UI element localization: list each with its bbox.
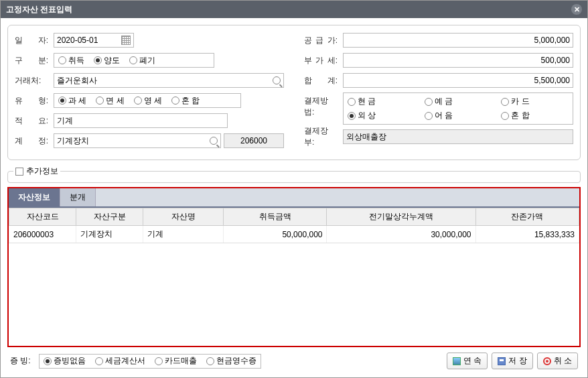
- search-icon[interactable]: [273, 76, 281, 84]
- save-icon: [498, 357, 506, 365]
- continue-button[interactable]: 연 속: [447, 353, 488, 369]
- date-input[interactable]: 2020-05-01: [54, 33, 134, 48]
- pay-opt-deposit[interactable]: 예 금: [425, 96, 492, 107]
- memo-input[interactable]: 기계: [54, 113, 228, 128]
- col-code: 자산코드: [9, 208, 76, 226]
- tab-asset-info[interactable]: 자산정보: [9, 188, 60, 206]
- total-label: 합 계:: [304, 75, 338, 86]
- class-radio-group: 취득 양도 폐기: [54, 53, 214, 68]
- class-opt-discard[interactable]: 폐기: [129, 55, 155, 66]
- footer: 증 빙: 증빙없음 세금계산서 카드매출 현금영수증 연 속 저 장 취 소: [7, 347, 581, 371]
- pay-opt-credit[interactable]: 외 상: [348, 110, 415, 121]
- date-value: 2020-05-01: [57, 36, 98, 45]
- type-opt-exempt[interactable]: 면 세: [96, 95, 124, 107]
- evidence-label: 증 빙:: [10, 355, 31, 367]
- paybook-label: 결제장부:: [304, 125, 338, 148]
- type-opt-zero[interactable]: 영 세: [134, 95, 162, 107]
- class-label: 구 분:: [15, 55, 48, 66]
- col-name: 자산명: [143, 208, 224, 226]
- calendar-icon[interactable]: [121, 36, 131, 45]
- tab-journal[interactable]: 분개: [60, 188, 96, 206]
- cell-kind: 기계장치: [76, 226, 143, 243]
- close-icon[interactable]: ✕: [571, 4, 582, 15]
- ev-opt-tax[interactable]: 세금계산서: [95, 355, 145, 367]
- continue-icon: [453, 357, 461, 365]
- titlebar: 고정자산 전표입력 ✕: [1, 1, 587, 18]
- cancel-icon: [543, 357, 551, 365]
- save-button[interactable]: 저 장: [492, 353, 532, 369]
- cell-rem: 15,833,333: [475, 226, 579, 243]
- window-title: 고정자산 전표입력: [6, 4, 72, 15]
- extra-fieldset: 추가정보: [7, 166, 581, 183]
- acct-code: 206000: [224, 133, 284, 148]
- vat-label: 부 가 세:: [304, 55, 338, 66]
- cell-dep: 30,000,000: [327, 226, 475, 243]
- acct-label: 계 정:: [15, 135, 48, 147]
- acct-name-value: 기계장치: [57, 135, 89, 147]
- ev-opt-cash[interactable]: 현금영수증: [206, 355, 256, 367]
- table-row[interactable]: 206000003 기계장치 기계 50,000,000 30,000,000 …: [9, 226, 579, 243]
- form-area: 일 자: 2020-05-01 구 분: 취득 양도 폐기 거래처:: [7, 25, 581, 160]
- type-radio-group: 과 세 면 세 영 세 혼 합: [54, 93, 241, 108]
- col-rem: 잔존가액: [475, 208, 579, 226]
- paymethod-label: 결제방법:: [304, 92, 338, 118]
- supply-label: 공 급 가:: [304, 35, 338, 46]
- cancel-button[interactable]: 취 소: [537, 353, 578, 369]
- paymethod-group: 현 금 예 금 카 드 외 상 어 음 혼 합: [343, 92, 573, 125]
- pay-opt-card[interactable]: 카 드: [501, 96, 569, 107]
- table-header-row: 자산코드 자산구분 자산명 취득금액 전기말상각누계액 잔존가액: [9, 208, 579, 226]
- col-acq: 취득금액: [224, 208, 327, 226]
- type-label: 유 형:: [15, 95, 48, 107]
- type-opt-taxed[interactable]: 과 세: [58, 95, 86, 107]
- total-input[interactable]: 5,500,000: [343, 73, 573, 88]
- asset-grid: 자산코드 자산구분 자산명 취득금액 전기말상각누계액 잔존가액 2060000…: [9, 208, 579, 346]
- memo-label: 적 요:: [15, 115, 48, 127]
- tabbar: 자산정보 분개: [9, 188, 579, 208]
- vat-input[interactable]: 500,000: [343, 53, 573, 68]
- memo-value: 기계: [57, 115, 73, 127]
- vendor-value: 즐거운회사: [57, 75, 97, 86]
- evidence-group: 증빙없음 세금계산서 카드매출 현금영수증: [39, 354, 261, 369]
- cell-code: 206000003: [9, 226, 76, 243]
- type-opt-mixed[interactable]: 혼 합: [171, 95, 200, 107]
- cell-name: 기계: [143, 226, 224, 243]
- supply-input[interactable]: 5,000,000: [343, 33, 573, 48]
- cell-acq: 50,000,000: [224, 226, 327, 243]
- date-label: 일 자:: [15, 35, 48, 46]
- class-opt-acquire[interactable]: 취득: [58, 55, 84, 66]
- vendor-input[interactable]: 즐거운회사: [54, 73, 284, 88]
- vendor-label: 거래처:: [15, 75, 48, 86]
- acct-name-input[interactable]: 기계장치: [54, 133, 221, 148]
- ev-opt-none[interactable]: 증빙없음: [44, 355, 86, 367]
- pay-opt-note[interactable]: 어 음: [425, 110, 492, 121]
- pay-opt-mixed[interactable]: 혼 합: [501, 110, 569, 121]
- ev-opt-card[interactable]: 카드매출: [155, 355, 197, 367]
- search-icon[interactable]: [210, 137, 218, 145]
- paybook-value: 외상매출장: [343, 129, 573, 144]
- col-dep: 전기말상각누계액: [327, 208, 475, 226]
- class-opt-transfer[interactable]: 양도: [94, 55, 120, 66]
- asset-tabs-panel: 자산정보 분개 자산코드 자산구분 자산명 취득금액 전기말상각누계액 잔존가액: [7, 187, 581, 347]
- col-kind: 자산구분: [76, 208, 143, 226]
- extra-toggle[interactable]: 추가정보: [13, 166, 60, 177]
- checkbox-icon[interactable]: [15, 168, 23, 176]
- pay-opt-cash[interactable]: 현 금: [348, 96, 415, 107]
